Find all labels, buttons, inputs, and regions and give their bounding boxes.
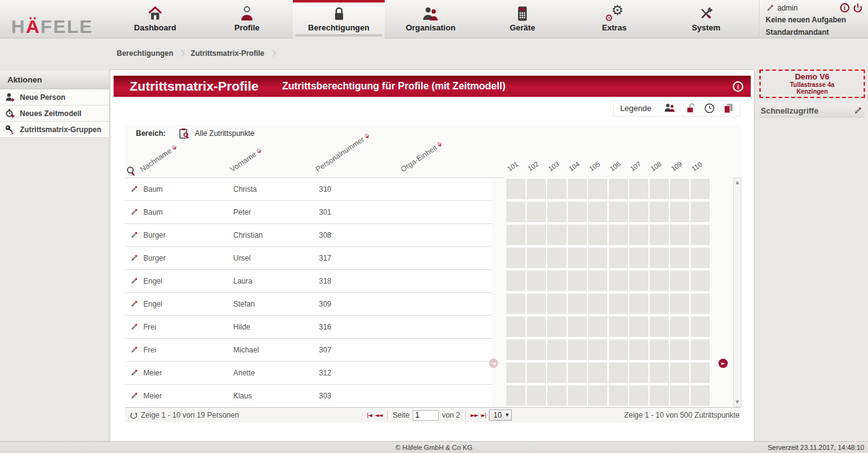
matrix-cell[interactable] xyxy=(650,339,669,360)
matrix-cell[interactable] xyxy=(629,385,648,406)
matrix-cell[interactable] xyxy=(506,248,526,268)
matrix-cell[interactable] xyxy=(568,339,587,360)
matrix-cell[interactable] xyxy=(527,271,546,291)
scroll-down-icon[interactable]: ▼ xyxy=(734,398,741,406)
sidebar-item-neue-person[interactable]: Neue Person xyxy=(0,89,109,105)
matrix-cell[interactable] xyxy=(547,202,566,222)
clipboard-search-icon[interactable] xyxy=(179,128,190,139)
column-header-nachname[interactable]: Nachname xyxy=(138,143,179,174)
matrix-cell[interactable] xyxy=(527,294,546,314)
matrix-scrollbar[interactable]: ▲ ▼ xyxy=(733,177,741,407)
matrix-cell[interactable] xyxy=(568,202,587,222)
matrix-cell[interactable] xyxy=(650,225,669,245)
edit-quick-access-pencil-icon[interactable] xyxy=(853,106,862,115)
matrix-cell[interactable] xyxy=(547,385,566,406)
matrix-cell[interactable] xyxy=(609,179,628,199)
legend-persons-icon[interactable] xyxy=(664,103,676,113)
access-point-header[interactable]: 110 xyxy=(690,160,703,173)
matrix-cell[interactable] xyxy=(527,202,546,222)
matrix-cell[interactable] xyxy=(527,385,546,406)
matrix-cell[interactable] xyxy=(527,248,546,268)
matrix-cell[interactable] xyxy=(691,225,710,245)
matrix-cell[interactable] xyxy=(568,385,587,406)
page-number-input[interactable] xyxy=(413,410,439,421)
matrix-cell[interactable] xyxy=(527,362,546,383)
edit-row-pencil-icon[interactable] xyxy=(130,300,138,308)
access-point-header[interactable]: 107 xyxy=(629,160,642,173)
matrix-cell[interactable] xyxy=(691,202,710,222)
column-header-orga-einheit[interactable]: Orga-Einheit xyxy=(399,140,444,174)
matrix-cell[interactable] xyxy=(670,179,689,199)
matrix-cell[interactable] xyxy=(609,248,628,268)
matrix-cell[interactable] xyxy=(588,339,607,360)
matrix-cell[interactable] xyxy=(527,225,546,245)
matrix-cell[interactable] xyxy=(506,316,526,337)
matrix-cell[interactable] xyxy=(629,248,648,268)
matrix-prev-arrow[interactable]: ◄ xyxy=(489,359,498,368)
matrix-cell[interactable] xyxy=(691,271,710,291)
legend-clock-icon[interactable] xyxy=(704,103,715,114)
matrix-cell[interactable] xyxy=(547,271,566,291)
search-icon[interactable] xyxy=(126,166,136,176)
matrix-cell[interactable] xyxy=(547,316,566,337)
tab-profile[interactable]: Profile xyxy=(201,0,293,38)
matrix-cell[interactable] xyxy=(670,316,689,337)
access-point-header[interactable]: 101 xyxy=(506,160,519,173)
tab-extras[interactable]: ⚙⚙ Extras xyxy=(568,0,660,38)
matrix-cell[interactable] xyxy=(670,202,689,222)
tab-berechtigungen[interactable]: Berechtigungen xyxy=(293,0,385,38)
matrix-cell[interactable] xyxy=(588,225,607,245)
matrix-cell[interactable] xyxy=(547,248,566,268)
logout-power-icon[interactable] xyxy=(852,2,863,13)
breadcrumb-item[interactable]: Berechtigungen xyxy=(117,49,173,58)
matrix-cell[interactable] xyxy=(691,179,710,199)
matrix-cell[interactable] xyxy=(691,385,710,406)
matrix-cell[interactable] xyxy=(568,225,587,245)
matrix-cell[interactable] xyxy=(670,271,689,291)
tab-dashboard[interactable]: Dashboard xyxy=(109,0,201,38)
matrix-cell[interactable] xyxy=(650,294,669,314)
tab-system[interactable]: System xyxy=(660,0,752,38)
matrix-cell[interactable] xyxy=(568,294,587,314)
matrix-cell[interactable] xyxy=(588,248,607,268)
page-size-select[interactable]: 10 ▼ xyxy=(489,410,512,421)
edit-user-pencil-icon[interactable] xyxy=(766,4,774,12)
legend-open-lock-icon[interactable] xyxy=(685,103,696,114)
matrix-cell[interactable] xyxy=(588,179,607,199)
matrix-next-arrow[interactable]: ► xyxy=(718,359,728,368)
matrix-cell[interactable] xyxy=(568,271,587,291)
matrix-cell[interactable] xyxy=(691,339,710,360)
access-point-header[interactable]: 104 xyxy=(567,160,581,173)
matrix-cell[interactable] xyxy=(568,179,587,199)
edit-row-pencil-icon[interactable] xyxy=(130,231,138,240)
column-header-vorname[interactable]: Vorname xyxy=(228,146,264,174)
matrix-cell[interactable] xyxy=(588,385,607,406)
matrix-cell[interactable] xyxy=(588,271,607,291)
matrix-cell[interactable] xyxy=(588,316,607,337)
edit-row-pencil-icon[interactable] xyxy=(130,185,138,194)
matrix-cell[interactable] xyxy=(650,385,669,406)
matrix-cell[interactable] xyxy=(629,294,648,314)
access-point-header[interactable]: 103 xyxy=(547,160,560,173)
matrix-cell[interactable] xyxy=(650,362,669,383)
access-point-header[interactable]: 106 xyxy=(608,160,622,173)
last-page-icon[interactable]: ►| xyxy=(481,412,486,418)
matrix-cell[interactable] xyxy=(588,362,607,383)
matrix-cell[interactable] xyxy=(609,202,628,222)
access-point-header[interactable]: 105 xyxy=(588,160,601,173)
matrix-cell[interactable] xyxy=(609,385,628,406)
matrix-cell[interactable] xyxy=(609,362,628,383)
matrix-cell[interactable] xyxy=(527,339,546,360)
info-icon[interactable]: i xyxy=(733,81,743,92)
tab-organisation[interactable]: Organisation xyxy=(385,0,477,38)
edit-row-pencil-icon[interactable] xyxy=(130,346,138,354)
matrix-cell[interactable] xyxy=(629,225,648,245)
first-page-icon[interactable]: |◄ xyxy=(367,412,372,418)
edit-row-pencil-icon[interactable] xyxy=(130,323,138,331)
scroll-up-icon[interactable]: ▲ xyxy=(734,179,741,186)
matrix-cell[interactable] xyxy=(588,202,607,222)
matrix-cell[interactable] xyxy=(629,316,648,337)
matrix-cell[interactable] xyxy=(506,179,526,199)
matrix-cell[interactable] xyxy=(650,316,669,337)
sort-icon[interactable] xyxy=(256,147,263,155)
